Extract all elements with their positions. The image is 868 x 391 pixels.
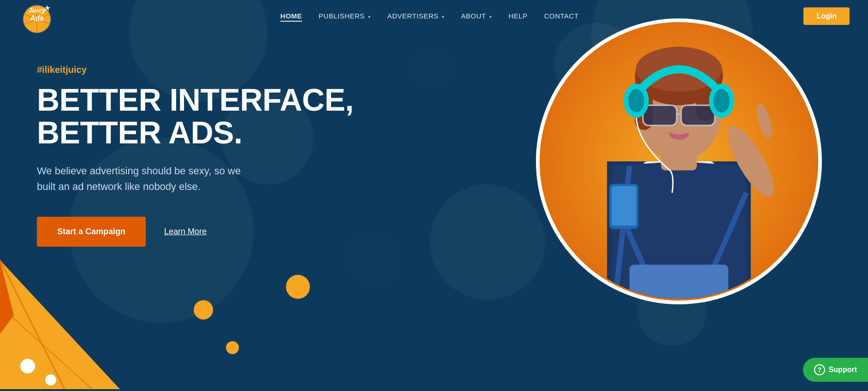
svg-point-30 <box>669 127 689 135</box>
hero-person-illustration <box>540 22 818 301</box>
svg-marker-40 <box>0 260 120 389</box>
chevron-down-icon: ▾ <box>440 14 445 19</box>
nav-link-help[interactable]: HELP <box>509 12 528 20</box>
svg-text:Juicy: Juicy <box>29 6 46 14</box>
svg-rect-24 <box>643 105 677 125</box>
floating-dot-2 <box>226 341 239 354</box>
subtext-line1: We believe advertising should be sexy, s… <box>37 165 241 177</box>
floating-dot-3 <box>286 275 310 299</box>
orange-slice-decoration <box>0 260 129 389</box>
juicyads-logo-icon: Juicy Ads <box>18 0 55 35</box>
svg-point-32 <box>628 89 644 113</box>
decorative-bottom-left <box>0 260 129 391</box>
hero-content: #ilikeitjuicy BETTER INTERFACE, BETTER A… <box>37 65 354 247</box>
hero-image-area <box>536 18 822 304</box>
svg-point-34 <box>713 89 730 113</box>
headline-line1: BETTER INTERFACE, <box>37 82 354 117</box>
svg-rect-36 <box>612 186 636 226</box>
nav-link-home[interactable]: HOME <box>280 12 302 22</box>
nav-links: HOME PUBLISHERS ▾ ADVERTISERS ▾ ABOUT ▾ … <box>280 12 579 20</box>
support-label: Support <box>829 366 857 374</box>
navbar: Juicy Ads HOME PUBLISHERS ▾ ADVERTISERS … <box>0 0 868 32</box>
headline-line2: BETTER ADS. <box>37 115 242 150</box>
nav-link-publishers[interactable]: PUBLISHERS ▾ <box>319 12 371 20</box>
support-button[interactable]: ? Support <box>803 358 868 382</box>
hero-hashtag: #ilikeitjuicy <box>37 65 354 75</box>
chevron-down-icon: ▾ <box>367 14 371 19</box>
cta-area: Start a Campaign Learn More <box>37 217 354 247</box>
nav-item-about[interactable]: ABOUT ▾ <box>461 12 492 20</box>
nav-link-advertisers[interactable]: ADVERTISERS ▾ <box>387 12 445 20</box>
chevron-down-icon: ▾ <box>488 14 492 19</box>
svg-text:Ads: Ads <box>30 14 44 22</box>
logo[interactable]: Juicy Ads <box>18 0 55 35</box>
question-icon: ? <box>814 364 825 375</box>
start-campaign-button[interactable]: Start a Campaign <box>37 217 146 247</box>
nav-item-publishers[interactable]: PUBLISHERS ▾ <box>319 12 371 20</box>
hero-subtext: We believe advertising should be sexy, s… <box>37 163 332 195</box>
nav-item-home[interactable]: HOME <box>280 12 302 20</box>
subtext-line2: built an ad network like nobody else. <box>37 181 201 192</box>
login-button[interactable]: Login <box>803 7 850 25</box>
nav-link-contact[interactable]: CONTACT <box>544 12 579 20</box>
hero-headline: BETTER INTERFACE, BETTER ADS. <box>37 83 354 149</box>
nav-item-advertisers[interactable]: ADVERTISERS ▾ <box>387 12 445 20</box>
svg-point-43 <box>20 359 35 373</box>
hero-image-frame <box>536 18 822 304</box>
nav-item-contact[interactable]: CONTACT <box>544 12 579 20</box>
nav-link-about[interactable]: ABOUT ▾ <box>461 12 492 20</box>
svg-rect-25 <box>681 105 715 125</box>
floating-dot-1 <box>194 300 213 320</box>
learn-more-button[interactable]: Learn More <box>164 227 207 237</box>
nav-item-help[interactable]: HELP <box>509 12 528 20</box>
svg-point-44 <box>45 374 56 385</box>
